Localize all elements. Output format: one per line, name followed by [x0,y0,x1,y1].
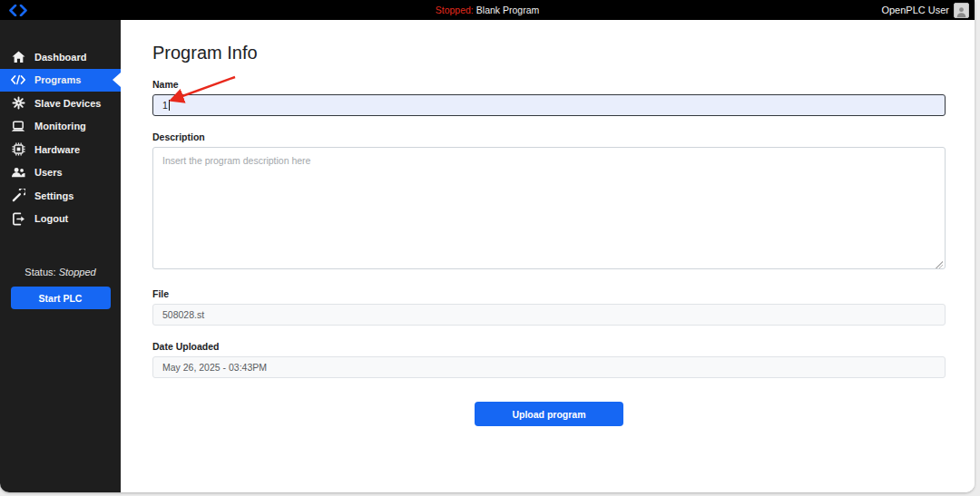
date-uploaded-input: May 26, 2025 - 03:43PM [152,356,946,378]
sidebar-item-programs[interactable]: Programs [0,69,121,92]
sidebar-item-label: Slave Devices [34,98,101,109]
home-icon [11,50,25,64]
description-input[interactable] [152,147,946,269]
sidebar-item-monitoring[interactable]: Monitoring [0,115,121,139]
name-input-value: 1 [162,100,168,111]
plc-status-program: Blank Program [476,5,539,15]
app-window: Stopped:Blank Program OpenPLC User Dashb… [0,0,975,492]
sidebar-item-label: Logout [34,213,68,224]
file-input: 508028.st [152,304,946,326]
chip-icon [11,142,25,157]
name-input[interactable]: 1 [152,94,946,116]
name-label: Name [152,79,946,90]
start-plc-button[interactable]: Start PLC [11,287,111,309]
sidebar-item-dashboard[interactable]: Dashboard [0,45,121,69]
code-icon [11,73,25,87]
laptop-icon [11,119,25,133]
page-title: Program Info [152,43,946,63]
plc-status-value: Stopped [59,267,96,277]
users-icon [11,165,25,180]
sidebar-item-hardware[interactable]: Hardware [0,138,121,161]
sidebar: Dashboard Programs [0,20,121,492]
date-uploaded-label: Date Uploaded [152,341,946,352]
sidebar-item-logout[interactable]: Logout [0,208,121,231]
sidebar-item-label: Programs [34,74,81,85]
text-cursor [169,100,170,111]
file-input-value: 508028.st [162,309,204,320]
upload-program-button[interactable]: Upload program [475,402,623,426]
sidebar-item-label: Monitoring [34,121,86,131]
sidebar-item-slave-devices[interactable]: Slave Devices [0,92,121,115]
spider-icon [11,96,25,111]
sidebar-item-label: Dashboard [34,52,86,63]
sidebar-item-users[interactable]: Users [0,161,121,185]
date-uploaded-value: May 26, 2025 - 03:43PM [162,362,267,373]
sidebar-item-settings[interactable]: Settings [0,184,121,208]
sidebar-nav: Dashboard Programs [0,45,121,230]
file-label: File [152,288,946,299]
description-label: Description [152,131,946,142]
main-content: Program Info Name 1 Description File 508… [121,20,975,492]
plc-status-text: Status: Stopped [0,267,121,277]
logout-icon [11,211,25,226]
wrench-icon [11,189,25,203]
sidebar-item-label: Settings [34,190,74,201]
top-bar: Stopped:Blank Program OpenPLC User [0,0,975,20]
plc-status-state: Stopped: [436,5,474,15]
sidebar-item-label: Hardware [34,144,80,155]
plc-status-banner: Stopped:Blank Program [0,5,975,15]
sidebar-item-label: Users [34,167,63,178]
